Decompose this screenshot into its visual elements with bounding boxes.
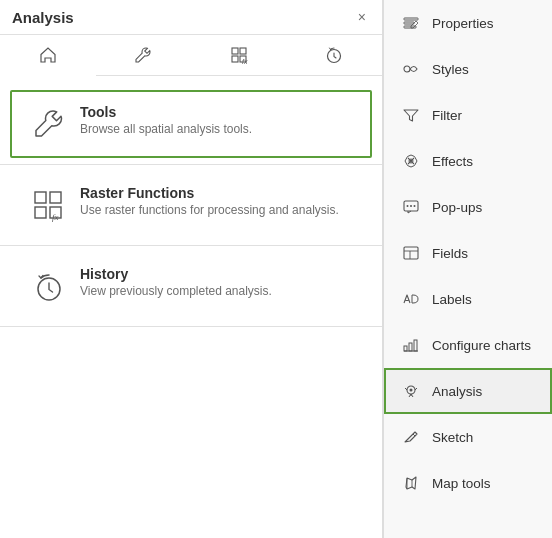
sidebar-item-label-sketch: Sketch — [432, 430, 473, 445]
sidebar-item-label-analysis: Analysis — [432, 384, 482, 399]
fields-icon — [400, 242, 422, 264]
tools-list: Tools Browse all spatial analysis tools.… — [0, 76, 382, 339]
effects-icon — [400, 150, 422, 172]
svg-rect-21 — [404, 247, 418, 259]
tool-card-tools[interactable]: Tools Browse all spatial analysis tools. — [10, 90, 372, 158]
svg-rect-27 — [414, 340, 417, 351]
svg-text:fx: fx — [52, 212, 59, 222]
right-sidebar: Properties Styles Filter Effects — [383, 0, 552, 538]
history-icon — [324, 45, 344, 65]
svg-point-30 — [410, 389, 413, 392]
tab-raster-functions[interactable]: fx — [191, 35, 287, 75]
tab-home[interactable] — [0, 35, 96, 75]
tool-desc-tools: Browse all spatial analysis tools. — [80, 122, 252, 136]
sidebar-item-configure-charts[interactable]: Configure charts — [384, 322, 552, 368]
panel-header: Analysis × — [0, 0, 382, 35]
svg-rect-0 — [232, 48, 238, 54]
properties-icon — [400, 12, 422, 34]
sidebar-item-label-map-tools: Map tools — [432, 476, 491, 491]
map-tools-icon — [400, 472, 422, 494]
separator-2 — [0, 245, 382, 246]
svg-rect-12 — [404, 18, 418, 20]
labels-icon — [400, 288, 422, 310]
left-panel: Analysis × — [0, 0, 383, 538]
tool-name-tools: Tools — [80, 104, 252, 120]
separator-1 — [0, 164, 382, 165]
sidebar-item-label-effects: Effects — [432, 154, 473, 169]
svg-rect-13 — [404, 22, 414, 24]
raster-icon: fx — [229, 45, 249, 65]
sidebar-item-label-fields: Fields — [432, 246, 468, 261]
sidebar-item-map-tools[interactable]: Map tools — [384, 460, 552, 506]
tool-card-raster-functions[interactable]: fx Raster Functions Use raster functions… — [10, 171, 372, 239]
svg-rect-7 — [50, 192, 61, 203]
tab-history[interactable] — [287, 35, 383, 75]
svg-rect-25 — [404, 346, 407, 351]
sidebar-item-styles[interactable]: Styles — [384, 46, 552, 92]
tool-card-history-icon — [28, 266, 68, 306]
svg-rect-26 — [409, 343, 412, 351]
sidebar-item-label-configure-charts: Configure charts — [432, 338, 531, 353]
separator-3 — [0, 326, 382, 327]
pop-ups-icon — [400, 196, 422, 218]
svg-rect-8 — [35, 207, 46, 218]
svg-rect-6 — [35, 192, 46, 203]
styles-icon — [400, 58, 422, 80]
svg-point-18 — [410, 205, 412, 207]
sidebar-item-sketch[interactable]: Sketch — [384, 414, 552, 460]
svg-point-20 — [414, 205, 416, 207]
sidebar-item-pop-ups[interactable]: Pop-ups — [384, 184, 552, 230]
sidebar-item-effects[interactable]: Effects — [384, 138, 552, 184]
tool-desc-history: View previously completed analysis. — [80, 284, 272, 298]
svg-point-19 — [407, 205, 409, 207]
analysis-icon — [400, 380, 422, 402]
svg-point-15 — [404, 66, 410, 72]
close-button[interactable]: × — [354, 8, 370, 26]
sketch-icon — [400, 426, 422, 448]
sidebar-item-fields[interactable]: Fields — [384, 230, 552, 276]
sidebar-item-label-styles: Styles — [432, 62, 469, 77]
tool-card-raster-icon: fx — [28, 185, 68, 225]
tools-icon — [133, 45, 153, 65]
sidebar-item-label-properties: Properties — [432, 16, 494, 31]
filter-icon — [400, 104, 422, 126]
sidebar-item-filter[interactable]: Filter — [384, 92, 552, 138]
panel-title: Analysis — [12, 9, 74, 26]
tab-bar: fx — [0, 35, 382, 76]
sidebar-item-labels[interactable]: Labels — [384, 276, 552, 322]
tool-name-history: History — [80, 266, 272, 282]
svg-text:fx: fx — [242, 58, 248, 65]
tool-card-tools-icon — [28, 104, 68, 144]
sidebar-item-label-filter: Filter — [432, 108, 462, 123]
sidebar-item-label-pop-ups: Pop-ups — [432, 200, 482, 215]
tool-card-history[interactable]: History View previously completed analys… — [10, 252, 372, 320]
svg-rect-2 — [232, 56, 238, 62]
sidebar-item-analysis[interactable]: Analysis — [384, 368, 552, 414]
sidebar-item-label-labels: Labels — [432, 292, 472, 307]
configure-charts-icon — [400, 334, 422, 356]
home-icon — [38, 45, 58, 65]
sidebar-item-properties[interactable]: Properties — [384, 0, 552, 46]
tool-name-raster: Raster Functions — [80, 185, 339, 201]
tab-tools[interactable] — [96, 35, 192, 75]
tool-desc-raster: Use raster functions for processing and … — [80, 203, 339, 217]
svg-rect-1 — [240, 48, 246, 54]
